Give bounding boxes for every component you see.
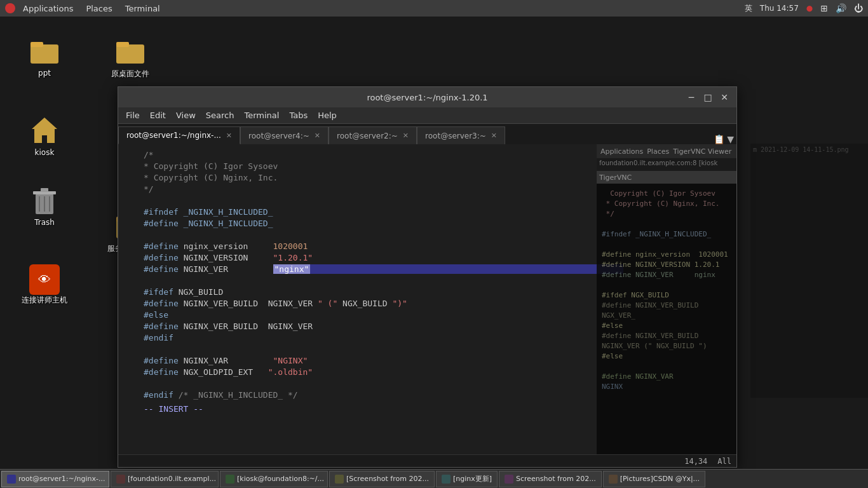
window-controls: ─ □ ✕ [684, 90, 731, 104]
tab-label-server1: root@server1:~/nginx-... [126, 131, 221, 140]
desktop-icon-fujitsu[interactable]: 👁 连接讲师主机 [16, 264, 73, 306]
tab-label-server4: root@server4:~ [248, 132, 309, 140]
taskbar-label-terminal: root@server1:~/nginx-... [18, 475, 105, 483]
tab-server2[interactable]: root@server2:~ ✕ [329, 126, 417, 144]
taskbar-item-screenshot1[interactable]: [Screenshot from 202... [329, 471, 435, 487]
taskbar-item-nginx[interactable]: [nginx更新] [436, 471, 498, 487]
taskbar-item-foundation[interactable]: [foundation0.ilt.exampl... [111, 471, 219, 487]
taskbar: root@server1:~/nginx-... [foundation0.il… [0, 469, 868, 488]
clock: Thu 14:57 [760, 4, 799, 13]
icon-label-kiosk: kiosk [35, 148, 55, 157]
desktop-icon-kiosk[interactable]: kiosk [16, 115, 73, 157]
taskbar-dot-pictures [609, 475, 618, 484]
menu-tabs[interactable]: Tabs [284, 109, 313, 121]
svg-rect-7 [41, 188, 48, 192]
trash-icon [29, 185, 60, 215]
vnc-code-content: Copyright (C) Igor Sysoev * Copyright (C… [597, 184, 736, 397]
menu-help[interactable]: Help [313, 109, 342, 121]
tab-close-server4[interactable]: ✕ [315, 132, 320, 140]
tab-server3[interactable]: root@server3:~ ✕ [417, 126, 505, 144]
cursor-position: 14,34 [684, 457, 707, 466]
vnc-blank3 [602, 280, 731, 290]
vnc-blank2 [602, 240, 731, 250]
vnc-apps: Applications [600, 147, 643, 156]
taskbar-dot-kiosk [226, 475, 234, 484]
taskbar-item-kiosk[interactable]: [kiosk@foundation8:~/... [220, 471, 328, 487]
bg-screenshot: m 2021-12-09 14-11-15.png [750, 144, 868, 398]
tab-actions: 📋 ▼ [714, 134, 736, 144]
vnc-code-line-14: NGINX [602, 382, 731, 392]
taskbar-dot-terminal [7, 475, 16, 484]
terminal-menubar: File Edit View Search Terminal Tabs Help [118, 107, 736, 124]
icon-label-fujitsu: 连接讲师主机 [22, 295, 67, 306]
terminal-content[interactable]: /* * Copyright (C) Igor Sysoev * Copyrig… [118, 144, 736, 454]
tab-server4[interactable]: root@server4:~ ✕ [240, 126, 329, 144]
tab-server1[interactable]: root@server1:~/nginx-... ✕ [118, 126, 240, 144]
new-tab-icon[interactable]: 📋 [714, 134, 724, 144]
vnc-code-line-1: Copyright (C) Igor Sysoev [602, 189, 731, 199]
menu-view[interactable]: View [171, 109, 201, 121]
taskbar-item-screenshot2[interactable]: Screenshot from 202... [499, 471, 602, 487]
taskbar-dot-foundation [116, 475, 125, 484]
icon-label-ppt: ppt [38, 69, 51, 78]
vnc-code-line-5: #define nginx_version 1020001 [602, 250, 731, 260]
taskbar-label-screenshot1: [Screenshot from 202... [346, 475, 429, 483]
desktop-icon-ppt[interactable]: ppt [16, 36, 73, 78]
maximize-button[interactable]: □ [701, 90, 715, 104]
vnc-code-line-2: * Copyright (C) Nginx, Inc. [602, 199, 731, 209]
vnc-title-bar: TigerVNC [597, 171, 736, 184]
svg-rect-2 [116, 44, 144, 64]
minimize-button[interactable]: ─ [684, 90, 698, 104]
terminal-title: root@server1:~/nginx-1.20.1 [367, 93, 487, 102]
folder-icon-ppt [29, 36, 60, 66]
fujitsu-symbol: 👁 [38, 272, 51, 287]
menu-search[interactable]: Search [201, 109, 240, 121]
terminal-titlebar: root@server1:~/nginx-1.20.1 ─ □ ✕ [118, 87, 736, 107]
recording-indicator: ● [806, 4, 813, 13]
vnc-code-line-7: #define NGINX_VER nginx [602, 270, 731, 280]
scroll-mode: All [717, 457, 731, 466]
vnc-toolbar: Applications Places TigerVNC Viewer [597, 144, 736, 158]
tab-close-server1[interactable]: ✕ [226, 132, 232, 140]
desktop-icon-yuanzhuo[interactable]: 原桌面文件 [102, 36, 159, 79]
tab-close-server2[interactable]: ✕ [403, 132, 409, 140]
power-icon[interactable]: ⏻ [854, 3, 863, 13]
icon-label-trash: Trash [34, 218, 55, 227]
language-indicator[interactable]: 英 [745, 3, 752, 14]
tab-label-server3: root@server3:~ [425, 132, 486, 140]
volume-icon[interactable]: 🔊 [836, 3, 846, 13]
taskbar-dot-nginx [442, 475, 451, 484]
taskbar-label-foundation: [foundation0.ilt.exampl... [128, 475, 216, 483]
menu-file[interactable]: File [121, 109, 145, 121]
taskbar-item-terminal[interactable]: root@server1:~/nginx-... [1, 471, 109, 487]
menu-places[interactable]: Places [83, 3, 114, 15]
app-icon [5, 3, 15, 13]
taskbar-dot-screenshot2 [505, 475, 513, 484]
tabs-bar: root@server1:~/nginx-... ✕ root@server4:… [118, 124, 736, 144]
vnc-code-line-4: #ifndef _NGINX_H_INCLUDED_ [602, 229, 731, 240]
desktop: ppt 原桌面文件 kiosk Trash 👁 连接讲师主机 [0, 17, 868, 471]
menu-terminal[interactable]: Terminal [239, 109, 284, 121]
taskbar-label-pictures: [Pictures]CSDN @Yx|... [620, 475, 700, 483]
vnc-code-line-8: #ifdef NGX_BUILD [602, 290, 731, 301]
home-icon-kiosk [29, 115, 60, 146]
vnc-code-line-3: */ [602, 209, 731, 219]
close-button[interactable]: ✕ [717, 90, 731, 104]
vnc-viewer: TigerVNC Viewer [673, 147, 731, 156]
app-icon-fujitsu: 👁 [29, 264, 60, 295]
tab-close-server3[interactable]: ✕ [491, 132, 497, 140]
menu-terminal[interactable]: Terminal [123, 3, 163, 15]
vnc-address-bar: foundation0.ilt.example.com:8 [kiosk [597, 158, 736, 171]
taskbar-dot-screenshot1 [335, 475, 344, 484]
menu-applications[interactable]: Applications [20, 3, 76, 15]
bg-screenshot-text: m 2021-12-09 14-11-15.png [753, 146, 865, 153]
taskbar-item-pictures[interactable]: [Pictures]CSDN @Yx|... [603, 471, 705, 487]
menu-edit[interactable]: Edit [145, 109, 171, 121]
taskbar-label-nginx: [nginx更新] [453, 474, 492, 484]
vnc-code-line-11: #define NGINX_VER_BUILD NGINX_VER (" NGX… [602, 331, 731, 351]
vnc-places: Places [647, 147, 669, 156]
vnc-blank [602, 219, 731, 229]
tab-dropdown-icon[interactable]: ▼ [727, 134, 734, 144]
network-icon[interactable]: ⊞ [820, 3, 828, 13]
desktop-icon-trash[interactable]: Trash [16, 185, 73, 227]
